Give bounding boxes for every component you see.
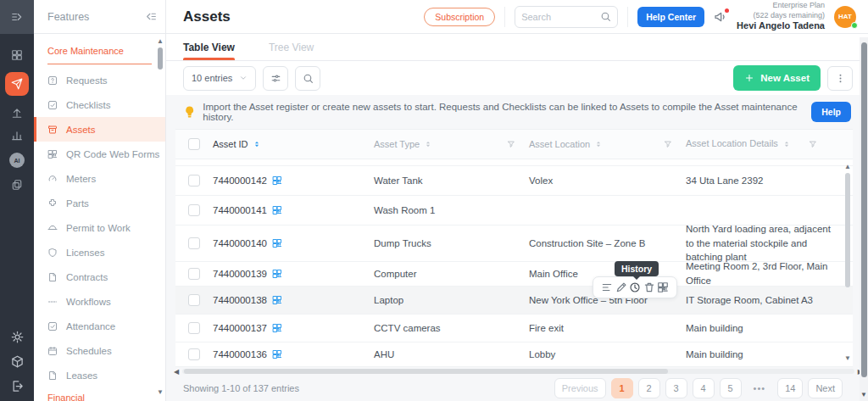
pagination-page-4[interactable]: 4 (693, 378, 715, 398)
active-module-send-icon[interactable] (5, 72, 29, 96)
table-search-button[interactable] (295, 66, 320, 91)
filter-funnel-icon[interactable] (507, 140, 515, 148)
pagination-page-1[interactable]: 1 (611, 378, 633, 398)
table-row[interactable]: 7440000139 Computer Main Office Meeting … (175, 262, 853, 287)
page-scrollbar[interactable]: ▼ (860, 37, 868, 401)
search-input[interactable] (521, 12, 598, 22)
sidebar-item-licenses[interactable]: Licenses (34, 240, 165, 265)
pagination-next[interactable]: Next (808, 378, 843, 398)
pagination-page-14[interactable]: 14 (777, 378, 803, 398)
table-scroll-down-arrow[interactable]: ▼ (844, 354, 851, 362)
search-icon[interactable] (600, 11, 611, 22)
pagination-previous[interactable]: Previous (554, 378, 606, 398)
row-checkbox[interactable] (188, 294, 200, 306)
row-checkbox[interactable] (188, 175, 200, 187)
hierarchy-icon[interactable] (11, 107, 23, 119)
reports-chart-icon[interactable] (11, 130, 23, 142)
ai-assistant-icon[interactable]: AI (9, 153, 25, 168)
sidebar-item-checklists[interactable]: Checklists (34, 92, 165, 117)
banner-help-button[interactable]: Help (811, 102, 851, 122)
table-scroll-up-arrow[interactable]: ▲ (844, 163, 851, 170)
sort-icon[interactable] (424, 140, 432, 148)
filter-funnel-icon[interactable] (664, 140, 672, 148)
qr-code-icon[interactable] (272, 205, 282, 215)
column-header-asset-location-details[interactable]: Asset Location Details (686, 137, 778, 151)
qr-code-icon[interactable] (272, 175, 282, 186)
table-row-hovered[interactable]: 7440000138 Laptop New York Office – 5th … (175, 287, 853, 315)
sidebar-scroll-down-arrow[interactable]: ▼ (157, 388, 164, 396)
table-row[interactable]: 7440000141 Wash Room 1 (175, 196, 853, 226)
select-all-checkbox[interactable] (188, 138, 200, 150)
column-header-asset-type[interactable]: Asset Type (374, 139, 420, 149)
pagination-page-3[interactable]: 3 (665, 378, 687, 398)
pagination-page-5[interactable]: 5 (720, 378, 742, 398)
row-checkbox[interactable] (188, 348, 200, 360)
column-settings-button[interactable] (263, 66, 288, 91)
documents-icon[interactable] (11, 179, 23, 191)
help-center-button[interactable]: Help Center (637, 7, 704, 27)
dashboard-icon[interactable] (11, 49, 23, 61)
qr-code-icon[interactable] (272, 295, 282, 305)
more-options-button[interactable] (827, 66, 853, 91)
row-checkbox[interactable] (188, 237, 200, 249)
page-scroll-down-arrow[interactable]: ▼ (860, 391, 867, 398)
sidebar-item-permit-to-work[interactable]: Permit to Work (34, 215, 165, 240)
row-checkbox[interactable] (188, 268, 200, 280)
settings-gear-icon[interactable] (11, 331, 24, 343)
sidebar-item-workflows[interactable]: Workflows (34, 289, 165, 314)
tab-tree-view[interactable]: Tree View (269, 34, 314, 60)
sidebar-item-leases[interactable]: Leases (34, 363, 165, 387)
details-icon[interactable] (601, 281, 613, 293)
filter-funnel-icon[interactable] (809, 140, 817, 148)
pagination-ellipsis: ••• (747, 378, 773, 398)
logout-icon[interactable] (11, 380, 24, 393)
table-row[interactable]: 7440000140 Dump Trucks Construction Site… (175, 226, 853, 262)
qr-code-icon[interactable] (272, 349, 282, 359)
table-row[interactable]: 7440000136 AHU Lobby Main building (175, 343, 853, 367)
row-checkbox[interactable] (188, 322, 200, 334)
sidebar-item-meters[interactable]: Meters (34, 166, 165, 191)
qr-code-icon[interactable] (272, 269, 282, 279)
qr-code-icon[interactable] (657, 281, 669, 293)
scroll-left-arrow[interactable]: ◀ (174, 368, 179, 376)
sidebar-item-qr-code-web-forms[interactable]: QR Code Web Forms (34, 142, 165, 166)
page-scrollbar-thumb[interactable] (861, 42, 867, 377)
table-row[interactable]: 7440000142 Water Tank Volex 34 Uta Lane … (175, 166, 853, 196)
sort-icon[interactable] (782, 140, 791, 148)
sidebar-scroll-up-arrow[interactable]: ▲ (157, 37, 164, 45)
view-tabs: Table View Tree View (166, 34, 868, 61)
new-asset-button[interactable]: New Asset (733, 65, 821, 91)
horizontal-scroll-thumb[interactable] (184, 369, 668, 374)
sidebar-item-parts[interactable]: Parts (34, 191, 165, 215)
sidebar-item-requests[interactable]: Requests (34, 68, 165, 92)
pagination-page-2[interactable]: 2 (638, 378, 660, 398)
horizontal-scroll-track[interactable] (182, 369, 854, 374)
avatar[interactable]: HAT (834, 6, 856, 28)
global-search[interactable] (515, 6, 618, 28)
sidebar-item-assets[interactable]: Assets (34, 117, 165, 142)
sidebar-scrollbar-thumb[interactable] (158, 47, 163, 70)
tab-table-view[interactable]: Table View (183, 34, 235, 60)
qr-code-icon[interactable] (272, 238, 282, 248)
announcements-megaphone-icon[interactable] (714, 10, 727, 24)
sort-icon[interactable] (253, 140, 261, 148)
sidebar-item-contracts[interactable]: Contracts (34, 265, 165, 289)
sidebar-item-schedules[interactable]: Schedules (34, 338, 165, 363)
column-header-asset-id[interactable]: Asset ID (213, 139, 248, 149)
edit-pencil-icon[interactable] (615, 281, 627, 293)
delete-trash-icon[interactable] (643, 281, 655, 293)
row-checkbox[interactable] (188, 204, 200, 216)
column-header-asset-location[interactable]: Asset Location (529, 139, 590, 149)
entries-per-page-select[interactable]: 10 entries (183, 66, 256, 91)
table-row[interactable]: 7440000137 CCTV cameras Fire exit Main b… (175, 315, 853, 343)
pagination: Previous 1 2 3 4 5 ••• 14 Next (554, 378, 851, 398)
rail-toggle-button[interactable] (0, 0, 34, 34)
subscription-button[interactable]: Subscription (424, 8, 495, 26)
sort-icon[interactable] (594, 140, 603, 148)
sidebar-item-attendance[interactable]: Attendance (34, 314, 165, 338)
table-scrollbar-thumb[interactable] (845, 173, 850, 287)
integrations-cube-icon[interactable] (11, 355, 24, 368)
history-clock-icon[interactable] (629, 281, 641, 293)
qr-code-icon[interactable] (272, 323, 282, 333)
sidebar-collapse-icon[interactable] (146, 11, 157, 22)
